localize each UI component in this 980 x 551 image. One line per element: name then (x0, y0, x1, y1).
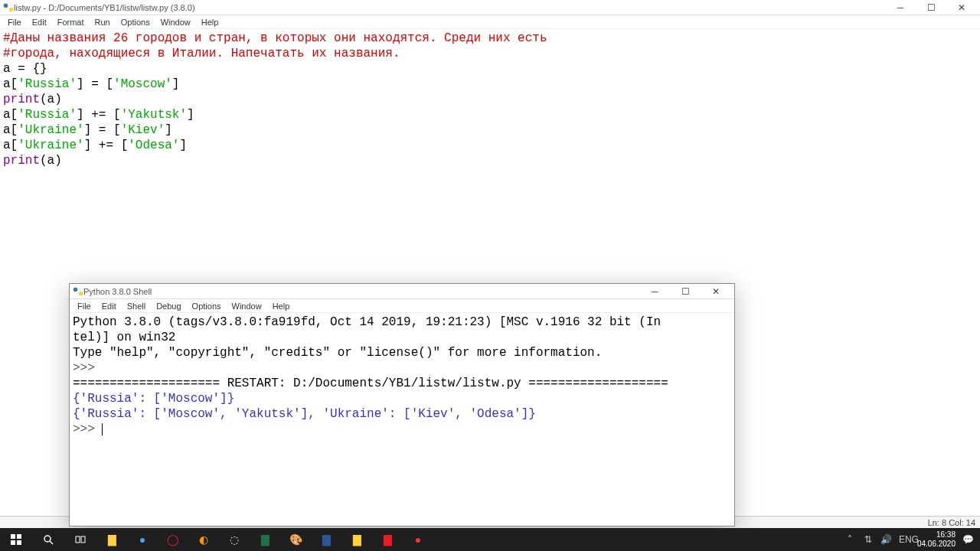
file-explorer-icon[interactable]: ▇ (96, 528, 127, 551)
svg-rect-2 (74, 287, 77, 291)
editor-menubar: File Edit Format Run Options Window Help (0, 15, 980, 29)
browser-icon[interactable]: ● (127, 528, 158, 551)
shell-close-button[interactable]: ✕ (701, 284, 731, 299)
editor-title: listw.py - D:/Documents/YB1/listw/listw.… (14, 3, 885, 12)
word-icon[interactable]: ▇ (311, 528, 341, 551)
shell-menubar: File Edit Shell Debug Options Window Hel… (70, 299, 734, 313)
text-cursor (102, 423, 103, 435)
svg-rect-3 (79, 292, 83, 295)
idle-icon[interactable]: ▇ (341, 528, 372, 551)
svg-rect-4 (11, 534, 15, 539)
shell-menu-window[interactable]: Window (227, 301, 266, 311)
minimize-button[interactable]: ─ (885, 0, 916, 15)
tray-chevron-icon[interactable]: ˄ (844, 534, 856, 545)
record-icon[interactable]: ● (403, 528, 433, 551)
shell-menu-debug[interactable]: Debug (152, 301, 185, 311)
tray-language[interactable]: ENG (899, 534, 911, 545)
shell-minimize-button[interactable]: ─ (639, 284, 670, 299)
menu-options[interactable]: Options (116, 17, 155, 28)
menu-help[interactable]: Help (197, 17, 224, 28)
close-button[interactable]: ✕ (946, 0, 977, 15)
task-view-icon[interactable] (64, 528, 96, 551)
app-icon-1[interactable]: ◌ (219, 528, 250, 551)
shell-menu-edit[interactable]: Edit (97, 301, 121, 311)
shell-menu-file[interactable]: File (73, 301, 96, 311)
shell-window: Python 3.8.0 Shell ─ ☐ ✕ File Edit Shell… (69, 283, 735, 527)
menu-run[interactable]: Run (90, 17, 115, 28)
start-button[interactable] (0, 528, 32, 551)
svg-rect-5 (17, 534, 21, 539)
menu-file[interactable]: File (3, 17, 26, 28)
menu-edit[interactable]: Edit (28, 17, 51, 28)
firefox-icon[interactable]: ◐ (188, 528, 219, 551)
python-file-icon (3, 2, 14, 13)
taskbar-clock[interactable]: 16:38 04.06.2020 (917, 530, 956, 549)
search-icon[interactable] (32, 528, 64, 551)
shell-titlebar[interactable]: Python 3.8.0 Shell ─ ☐ ✕ (70, 284, 734, 299)
acrobat-icon[interactable]: ▇ (372, 528, 403, 551)
shell-menu-help[interactable]: Help (268, 301, 295, 311)
shell-title: Python 3.8.0 Shell (83, 287, 639, 296)
shell-menu-options[interactable]: Options (188, 301, 226, 311)
svg-rect-7 (17, 540, 21, 545)
shell-menu-shell[interactable]: Shell (122, 301, 150, 311)
menu-format[interactable]: Format (53, 17, 89, 28)
svg-rect-1 (9, 8, 13, 11)
python-icon (73, 286, 83, 297)
editor-titlebar[interactable]: listw.py - D:/Documents/YB1/listw/listw.… (0, 0, 980, 15)
svg-line-9 (50, 541, 53, 544)
svg-rect-11 (81, 536, 85, 543)
menu-window[interactable]: Window (156, 17, 195, 28)
paint-icon[interactable]: 🎨 (280, 528, 311, 551)
maximize-button[interactable]: ☐ (916, 0, 946, 15)
shell-maximize-button[interactable]: ☐ (670, 284, 701, 299)
svg-rect-6 (11, 540, 15, 545)
opera-icon[interactable]: ◯ (158, 528, 188, 551)
excel-icon[interactable]: ▇ (250, 528, 280, 551)
tray-network-icon[interactable]: ⇅ (862, 534, 874, 545)
notifications-icon[interactable]: 💬 (962, 534, 974, 545)
svg-rect-10 (76, 536, 80, 543)
windows-taskbar: ▇ ● ◯ ◐ ◌ ▇ 🎨 ▇ ▇ ▇ ● ˄ ⇅ 🔊 ENG 16:38 04… (0, 528, 980, 551)
svg-point-8 (44, 536, 51, 542)
editor-cursor-position: Ln: 8 Col: 14 (928, 518, 975, 527)
shell-output-area[interactable]: Python 3.8.0 (tags/v3.8.0:fa919fd, Oct 1… (70, 313, 734, 526)
tray-volume-icon[interactable]: 🔊 (880, 534, 893, 545)
svg-rect-0 (4, 3, 8, 7)
